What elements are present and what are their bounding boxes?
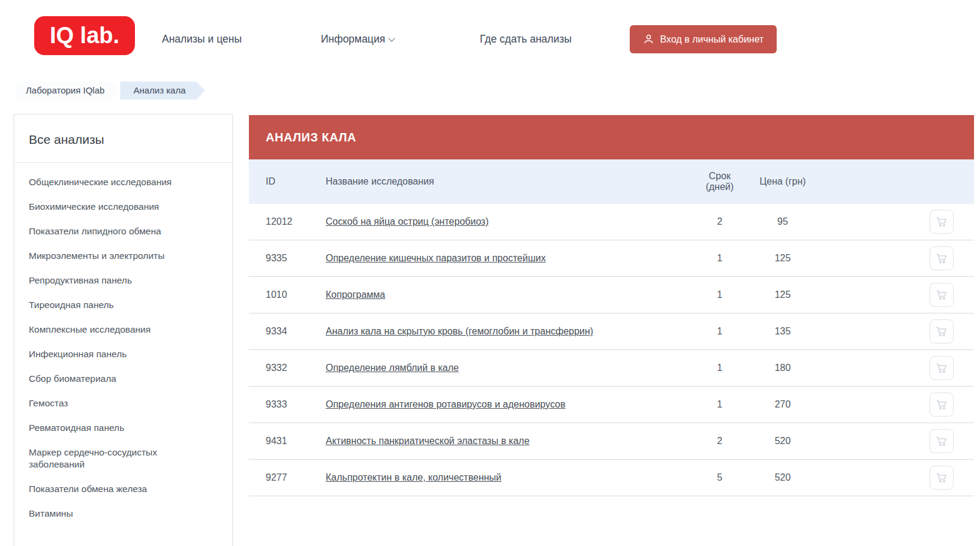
cart-icon — [936, 289, 948, 301]
chevron-down-icon — [388, 35, 395, 41]
sidebar: Все анализы Общеклинические исследования… — [14, 114, 233, 546]
nav-information[interactable]: Информация — [321, 33, 394, 46]
sidebar-category-item[interactable]: Показатели липидного обмена — [29, 225, 209, 237]
test-term-days: 1 — [684, 289, 756, 300]
sidebar-category-item[interactable]: Гемостаз — [29, 397, 209, 409]
sidebar-category-label: Маркер сердечно-сосудистых заболеваний — [29, 447, 157, 469]
test-id: 12012 — [266, 216, 326, 227]
login-button[interactable]: Вход в личный кабинет — [630, 25, 777, 53]
table-row: 9332 Определение лямблий в кале 1 180 — [249, 350, 974, 387]
sidebar-category-item[interactable]: Маркер сердечно-сосудистых заболеваний — [29, 447, 209, 470]
nav-information-label: Информация — [321, 33, 385, 46]
test-price: 520 — [756, 436, 810, 447]
sidebar-category-label: Биохимические исследования — [29, 201, 159, 212]
test-id: 9332 — [266, 363, 326, 373]
test-id: 9333 — [266, 399, 326, 410]
sidebar-category-label: Тиреоидная панель — [29, 300, 114, 310]
test-name-link[interactable]: Определения антигенов ротавирусов и аден… — [326, 399, 566, 409]
test-name-link[interactable]: Определение лямблий в кале — [326, 363, 459, 373]
table-row: 9335 Определение кишечных паразитов и пр… — [249, 240, 974, 277]
sidebar-category-label: Репродуктивная панель — [29, 275, 132, 285]
test-name-link[interactable]: Копрограмма — [326, 289, 385, 300]
sidebar-category-item[interactable]: Общеклинические исследования — [29, 176, 209, 188]
add-to-cart-button[interactable] — [930, 283, 954, 307]
test-name-link[interactable]: Соскоб на яйца остриц (энтеробиоз) — [326, 216, 489, 227]
test-name-link[interactable]: Определение кишечных паразитов и простей… — [326, 253, 546, 263]
test-name-link[interactable]: Активность панкриатической эластазы в ка… — [326, 436, 530, 446]
person-icon — [643, 34, 654, 45]
test-name-link[interactable]: Анализ кала на скрытую кровь (гемоглобин… — [326, 326, 593, 336]
add-to-cart-button[interactable] — [930, 210, 954, 234]
sidebar-category-item[interactable]: Ревматоидная панель — [29, 422, 209, 434]
nav-where-to-test[interactable]: Где сдать анализы — [480, 33, 572, 46]
add-to-cart-button[interactable] — [930, 393, 954, 417]
sidebar-category-label: Микроэлементы и электролиты — [29, 251, 164, 261]
page-title: АНАЛИЗ КАЛА — [249, 115, 974, 159]
sidebar-category-label: Комплексные исследования — [29, 324, 151, 334]
test-term-days: 1 — [684, 326, 756, 337]
test-price: 125 — [756, 289, 810, 300]
table-header: ID Название исследования Срок (дней) Цен… — [249, 159, 974, 204]
test-price: 95 — [756, 216, 810, 227]
sidebar-category-label: Гемостаз — [29, 398, 68, 408]
sidebar-category-label: Инфекционная панель — [29, 349, 127, 359]
table-row: 9431 Активность панкриатической эластазы… — [249, 423, 974, 460]
table-row: 12012 Соскоб на яйца остриц (энтеробиоз)… — [249, 204, 974, 240]
test-id: 9277 — [266, 472, 326, 483]
cart-icon — [936, 216, 948, 228]
cart-icon — [936, 472, 948, 484]
breadcrumb-current: Анализ кала — [120, 82, 205, 99]
sidebar-category-item[interactable]: Инфекционная панель — [29, 348, 209, 360]
test-price: 270 — [756, 399, 810, 410]
sidebar-category-item[interactable]: Витамины — [29, 508, 209, 520]
test-term-days: 2 — [684, 436, 756, 447]
sidebar-category-label: Витамины — [29, 508, 73, 518]
add-to-cart-button[interactable] — [930, 246, 954, 270]
sidebar-category-label: Показатели липидного обмена — [29, 226, 161, 236]
sidebar-category-item[interactable]: Биохимические исследования — [29, 201, 209, 213]
sidebar-category-item[interactable]: Показатели обмена железа — [29, 483, 209, 495]
sidebar-category-label: Ревматоидная панель — [29, 423, 124, 433]
sidebar-category-item[interactable]: Комплексные исследования — [29, 324, 209, 336]
sidebar-category-label: Общеклинические исследования — [29, 177, 172, 187]
add-to-cart-button[interactable] — [930, 356, 954, 380]
cart-icon — [936, 253, 948, 264]
cart-icon — [936, 326, 948, 337]
test-price: 125 — [756, 253, 810, 264]
logo[interactable]: IQ lab. — [34, 16, 135, 55]
sidebar-category-item[interactable]: Сбор биоматериала — [29, 373, 209, 385]
cart-icon — [936, 399, 948, 411]
nav-analyses-prices[interactable]: Анализы и цены — [162, 33, 242, 46]
category-list: Общеклинические исследования Биохимическ… — [14, 163, 232, 545]
sidebar-category-item[interactable]: Репродуктивная панель — [29, 274, 209, 286]
test-term-days: 1 — [684, 399, 756, 410]
test-name-link[interactable]: Кальпротектин в кале, количественный — [326, 472, 501, 482]
sidebar-category-item[interactable]: Тиреоидная панель — [29, 299, 209, 311]
column-header-name: Название исследования — [326, 176, 684, 187]
table-row: 9277 Кальпротектин в кале, количественны… — [249, 460, 974, 496]
test-id: 1010 — [266, 289, 326, 300]
column-header-price: Цена (грн) — [756, 176, 810, 187]
login-button-label: Вход в личный кабинет — [660, 34, 764, 45]
table-row: 9334 Анализ кала на скрытую кровь (гемог… — [249, 313, 974, 350]
test-term-days: 2 — [684, 216, 756, 227]
breadcrumb: Лаборатория IQlab Анализ кала — [16, 82, 205, 99]
sidebar-category-label: Показатели обмена железа — [29, 484, 147, 494]
test-term-days: 1 — [684, 253, 756, 264]
test-term-days: 1 — [684, 363, 756, 373]
test-price: 520 — [756, 472, 810, 483]
table-row: 1010 Копрограмма 1 125 — [249, 277, 974, 313]
test-id: 9335 — [266, 253, 326, 264]
column-header-id: ID — [266, 176, 326, 187]
add-to-cart-button[interactable] — [930, 319, 954, 343]
sidebar-title: Все анализы — [14, 114, 232, 162]
table-row: 9333 Определения антигенов ротавирусов и… — [249, 387, 974, 423]
test-price: 135 — [756, 326, 810, 337]
table-body: 12012 Соскоб на яйца остриц (энтеробиоз)… — [249, 204, 974, 496]
add-to-cart-button[interactable] — [930, 429, 954, 453]
test-price: 180 — [756, 363, 810, 373]
add-to-cart-button[interactable] — [930, 466, 954, 490]
breadcrumb-home[interactable]: Лаборатория IQlab — [16, 82, 119, 99]
cart-icon — [936, 363, 948, 374]
sidebar-category-item[interactable]: Микроэлементы и электролиты — [29, 250, 209, 262]
